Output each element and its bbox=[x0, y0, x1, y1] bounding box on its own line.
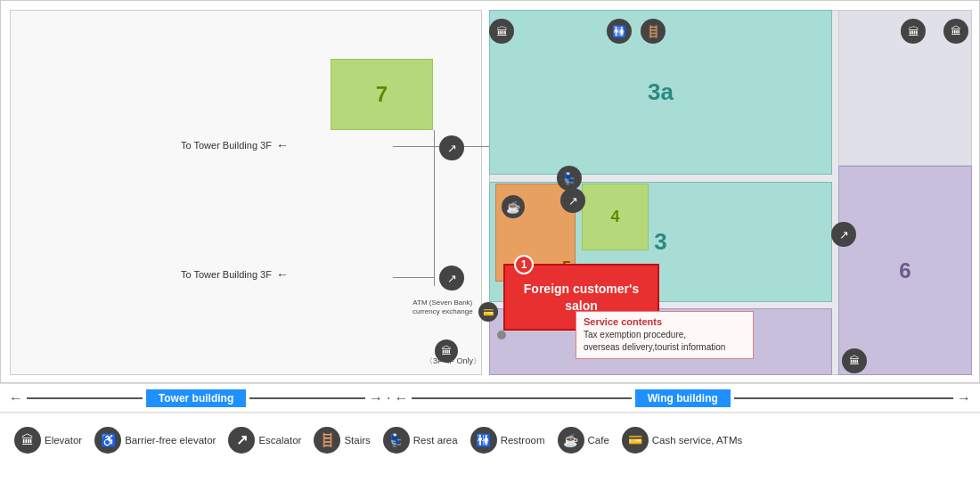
legend-rest-area: 💺 Rest area bbox=[383, 427, 458, 454]
escalator-icon-room: ↗ bbox=[560, 188, 585, 213]
restroom-icon-top: 🚻 bbox=[607, 19, 632, 44]
stairs-label: Stairs bbox=[344, 435, 370, 446]
wing-building-badge: Wing building bbox=[635, 389, 731, 407]
escalator-icon-wing-top1: 🏛 bbox=[489, 19, 514, 44]
room-4: 4 bbox=[582, 184, 649, 250]
legend-stairs: 🪜 Stairs bbox=[314, 427, 370, 454]
rest-area-icon1: 💺 bbox=[557, 166, 582, 191]
room-6: 6 bbox=[838, 166, 972, 375]
service-text: Tax exemption procedure,overseas deliver… bbox=[584, 329, 746, 354]
tower-arrow-left: ← Tower building → bbox=[9, 389, 383, 407]
legend-elevator: 🏛 Elevator bbox=[14, 427, 82, 454]
elevator-icon: 🏛 bbox=[14, 427, 41, 454]
map-container: 3a 3 2 6 7 5 ☕ 4 1 Foreign customer'ssal… bbox=[0, 0, 980, 383]
tower-label-top: To Tower Building 3F ← bbox=[181, 138, 289, 152]
legend-cash: 💳 Cash service, ATMs bbox=[622, 427, 742, 454]
service-title: Service contents bbox=[584, 316, 746, 327]
salon-label: Foreign customer'ssalon bbox=[524, 281, 639, 313]
wing-arrow: ← Wing building → bbox=[394, 389, 971, 407]
info-dot bbox=[497, 331, 506, 339]
elevator-label: Elevator bbox=[45, 435, 82, 446]
atm-icon: 💳 bbox=[478, 302, 498, 322]
cafe-label: Cafe bbox=[588, 435, 609, 446]
restroom-label: Restroom bbox=[501, 435, 545, 446]
escalator-icon-top: ↗ bbox=[439, 135, 464, 160]
restroom-icon: 🚻 bbox=[470, 427, 497, 454]
escalator-icon-bottom: ↗ bbox=[439, 266, 464, 290]
connector-v1 bbox=[434, 130, 435, 286]
cash-label: Cash service, ATMs bbox=[652, 435, 742, 446]
escalator-icon-right: ↗ bbox=[831, 222, 856, 247]
elevator-icon-top-right2: 🏛 bbox=[943, 19, 968, 44]
cash-icon: 💳 bbox=[622, 427, 649, 454]
floor-elevator-icon: 🏛 bbox=[435, 339, 458, 363]
room-7: 7 bbox=[331, 59, 433, 130]
barrier-free-icon: ♿ bbox=[94, 427, 121, 454]
stairs-icon: 🪜 bbox=[314, 427, 340, 454]
service-info-box: Service contents Tax exemption procedure… bbox=[576, 311, 754, 359]
building-labels-bar: ← Tower building → · ← Wing building → bbox=[0, 383, 980, 413]
salon-number-badge: 1 bbox=[514, 255, 534, 274]
connector-h1 bbox=[393, 146, 435, 147]
rest-area-label: Rest area bbox=[413, 435, 458, 446]
legend-row: 🏛 Elevator ♿ Barrier-free elevator ↗ Esc… bbox=[0, 413, 980, 466]
stairs-icon-top: 🪜 bbox=[641, 19, 666, 44]
cafe-icon-room5: ☕ bbox=[502, 195, 525, 218]
legend-barrier-free: ♿ Barrier-free elevator bbox=[94, 427, 216, 454]
atm-label: ATM (Seven Bank)currency exchange bbox=[412, 299, 473, 317]
connector-h2 bbox=[393, 277, 435, 278]
escalator-label: Escalator bbox=[258, 435, 301, 446]
legend-escalator: ↗ Escalator bbox=[228, 427, 301, 454]
tower-building-badge: Tower building bbox=[146, 389, 246, 407]
cafe-legend-icon: ☕ bbox=[558, 427, 584, 454]
legend-restroom: 🚻 Restroom bbox=[470, 427, 545, 454]
rest-area-icon: 💺 bbox=[383, 427, 410, 454]
escalator-icon: ↗ bbox=[228, 427, 255, 454]
legend-cafe: ☕ Cafe bbox=[558, 427, 609, 454]
elevator-icon-bottom-right: 🏛 bbox=[842, 348, 867, 373]
tower-label-bottom: To Tower Building 3F ← bbox=[181, 267, 289, 282]
elevator-icon-top-right: 🏛 bbox=[901, 19, 926, 44]
barrier-free-label: Barrier-free elevator bbox=[125, 435, 216, 446]
